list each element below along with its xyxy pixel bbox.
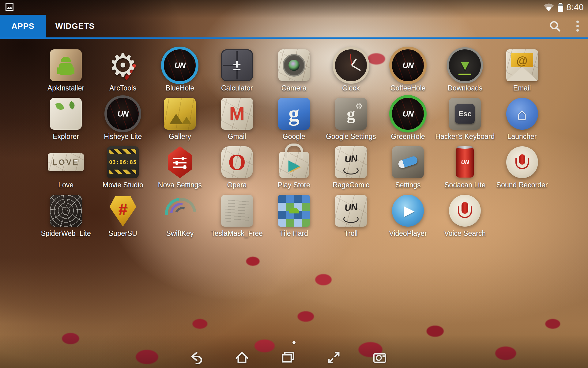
- app-gallery[interactable]: Gallery: [151, 98, 208, 140]
- swiftkey-icon: [164, 195, 196, 227]
- app-icon-slot: UN: [443, 146, 486, 178]
- app-label: Gmail: [228, 132, 246, 140]
- app-launcher[interactable]: ⌂ Launcher: [494, 98, 551, 140]
- app-opera[interactable]: O Opera: [209, 146, 266, 189]
- greenhole-icon: UN: [389, 95, 427, 132]
- search-icon[interactable]: [549, 20, 561, 32]
- app-label: Opera: [227, 181, 247, 189]
- app-downloads[interactable]: ▼ Downloads: [436, 49, 493, 92]
- app-label: Sodacan Lite: [444, 181, 485, 189]
- app-soundrecorder[interactable]: Sound Recorder: [494, 146, 551, 189]
- app-fisheye[interactable]: UN Fisheye Lite: [94, 98, 151, 140]
- app-clock[interactable]: Clock: [322, 49, 379, 92]
- home-button[interactable]: [235, 350, 249, 365]
- app-label: Clock: [342, 84, 360, 92]
- settings-icon: [392, 146, 424, 178]
- app-calculator[interactable]: ± Calculator: [209, 49, 266, 92]
- overflow-menu-icon[interactable]: [575, 19, 580, 33]
- expand-button[interactable]: [326, 350, 341, 365]
- app-videoplayer[interactable]: ▶ VideoPlayer: [379, 194, 436, 237]
- app-apkinstaller[interactable]: ApkInstaller: [37, 49, 94, 92]
- tab-bar: APPS WIDGETS: [0, 15, 588, 37]
- explorer-icon: [50, 98, 82, 130]
- app-spiderweb[interactable]: SpiderWeb_Lite: [37, 194, 94, 237]
- app-icon-slot: #: [101, 194, 144, 227]
- gallery-icon: [164, 98, 196, 130]
- app-icon-glyph: UN: [175, 61, 186, 69]
- app-label: Voice Search: [444, 229, 486, 237]
- app-icon-glyph: UN: [118, 110, 129, 118]
- app-icon-slot: UN: [330, 146, 372, 178]
- app-gmail[interactable]: M Gmail: [209, 98, 266, 140]
- app-playstore[interactable]: ▶ Play Store: [266, 146, 322, 189]
- back-icon: [189, 350, 203, 365]
- app-sodacan[interactable]: UN Sodacan Lite: [436, 146, 493, 189]
- launcher-icon: ⌂: [506, 98, 538, 130]
- app-explorer[interactable]: Explorer: [37, 98, 94, 140]
- status-bar: 8:40: [0, 0, 588, 15]
- app-voicesearch[interactable]: Voice Search: [436, 194, 493, 237]
- app-novasettings[interactable]: Nova Settings: [151, 146, 208, 189]
- app-label: Movie Studio: [103, 181, 143, 189]
- recents-button[interactable]: [281, 350, 295, 365]
- app-troll[interactable]: UN Troll: [322, 194, 379, 237]
- app-hackers[interactable]: Esc Hacker's Keyboard: [436, 98, 493, 140]
- app-icon-glyph: g: [347, 105, 355, 122]
- downloads-icon: ▼: [447, 47, 483, 83]
- app-icon-slot: ▶: [273, 146, 315, 178]
- app-label: Troll: [344, 229, 358, 237]
- soundrecorder-icon: [506, 146, 538, 178]
- app-coffeehole[interactable]: UN CoffeeHole: [379, 49, 436, 92]
- tab-underline: [0, 37, 588, 39]
- camera-icon: [278, 49, 310, 81]
- status-time: 8:40: [567, 2, 584, 12]
- app-label: Fisheye Lite: [104, 132, 142, 140]
- tab-widgets[interactable]: WIDGETS: [46, 15, 104, 37]
- playstore-icon: ▶: [279, 152, 309, 178]
- gmail-icon: M: [221, 98, 253, 130]
- app-icon-glyph: [173, 205, 192, 224]
- app-ragecomic[interactable]: UN RageComic: [322, 146, 379, 189]
- app-love[interactable]: LOVE Love: [37, 146, 94, 189]
- app-icon-slot: ⌂: [501, 98, 544, 130]
- app-label: TeslaMask_Free: [211, 229, 263, 237]
- app-label: SwiftKey: [166, 229, 194, 237]
- app-google[interactable]: g Google: [266, 98, 322, 140]
- app-tilehard[interactable]: Tile Hard: [266, 194, 322, 237]
- app-arctools[interactable]: ⚙ ArcTools: [94, 49, 151, 92]
- app-icon-slot: g: [273, 98, 315, 130]
- app-icon-slot: g: [330, 98, 372, 130]
- voicesearch-icon: [449, 195, 481, 227]
- page-indicator-dot: [292, 341, 296, 344]
- tab-apps[interactable]: APPS: [0, 15, 46, 37]
- coffeehole-icon: UN: [389, 47, 427, 84]
- app-moviestudio[interactable]: 03:06:85 Movie Studio: [94, 146, 151, 189]
- google-icon: g: [278, 98, 310, 130]
- app-label: SuperSU: [109, 229, 137, 237]
- back-button[interactable]: [189, 350, 203, 365]
- app-gsettings[interactable]: g Google Settings: [322, 98, 379, 140]
- troll-icon: UN: [335, 195, 367, 227]
- app-icon-glyph: 03:06:85: [109, 160, 137, 165]
- app-icon-slot: [273, 194, 315, 227]
- ragecomic-icon: UN: [335, 146, 367, 178]
- app-swiftkey[interactable]: SwiftKey: [151, 194, 208, 237]
- app-camera[interactable]: Camera: [266, 49, 322, 92]
- app-settings[interactable]: Settings: [379, 146, 436, 189]
- app-label: GreenHole: [391, 132, 425, 140]
- spiderweb-icon: [50, 195, 82, 227]
- app-label: Email: [513, 84, 531, 92]
- gsettings-icon: g: [335, 98, 367, 130]
- app-label: Nova Settings: [158, 181, 202, 189]
- app-teslamask[interactable]: TeslaMask_Free: [209, 194, 266, 237]
- app-bluehole[interactable]: UN BlueHole: [151, 49, 208, 92]
- app-email[interactable]: @ Email: [494, 49, 551, 92]
- app-label: ApkInstaller: [47, 84, 84, 92]
- email-icon: @: [506, 49, 538, 81]
- app-icon-slot: @: [501, 49, 544, 82]
- app-label: Sound Recorder: [496, 181, 548, 189]
- app-supersu[interactable]: # SuperSU: [94, 194, 151, 237]
- app-greenhole[interactable]: UN GreenHole: [379, 98, 436, 140]
- teslamask-icon: [221, 195, 253, 227]
- screenshot-button[interactable]: [372, 350, 387, 365]
